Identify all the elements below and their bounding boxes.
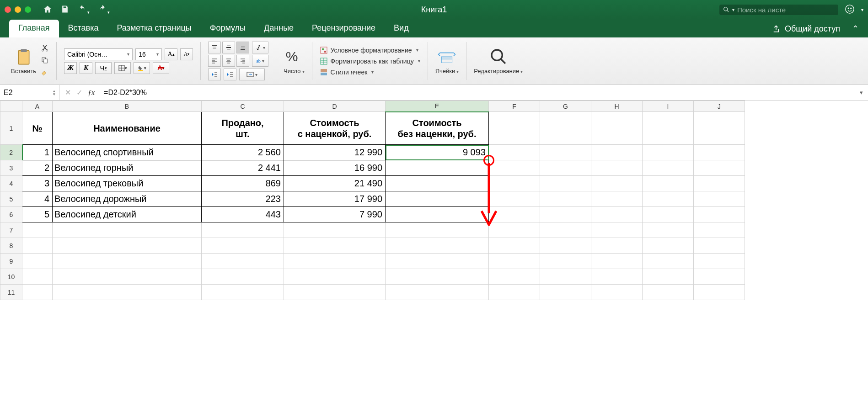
cell-H2[interactable]	[591, 145, 643, 160]
cell-H5[interactable]	[591, 191, 643, 207]
cell-F7[interactable]	[489, 222, 540, 238]
cell-H11[interactable]	[591, 285, 643, 300]
cell-C2[interactable]: 2 560	[202, 145, 284, 160]
cell-I6[interactable]	[643, 207, 694, 222]
cell-H6[interactable]	[591, 207, 643, 222]
cell-D3[interactable]: 16 990	[284, 160, 386, 176]
editing-button[interactable]: Редактирование	[474, 48, 523, 74]
tab-page-layout[interactable]: Разметка страницы	[107, 20, 200, 37]
expand-formula-bar-icon[interactable]: ▾	[854, 89, 868, 96]
smiley-icon[interactable]	[845, 4, 855, 16]
decrease-indent-button[interactable]	[208, 69, 221, 80]
cell-F11[interactable]	[489, 285, 540, 300]
cell-D6[interactable]: 7 990	[284, 207, 386, 222]
format-painter-icon[interactable]	[41, 69, 49, 78]
align-bottom-button[interactable]	[236, 42, 249, 53]
cell-A8[interactable]	[22, 238, 53, 254]
cell-G3[interactable]	[540, 160, 591, 176]
font-name-select[interactable]: Calibri (Осн…▾	[64, 48, 133, 60]
cell-J7[interactable]	[694, 222, 745, 238]
sheet-search-input[interactable]: ▾ Поиск на листе	[719, 5, 838, 15]
cell-A9[interactable]	[22, 254, 53, 269]
cell-I4[interactable]	[643, 176, 694, 191]
cell-H4[interactable]	[591, 176, 643, 191]
cell-G2[interactable]	[540, 145, 591, 160]
cell-I2[interactable]	[643, 145, 694, 160]
cell-E9[interactable]	[386, 254, 489, 269]
cell-C1[interactable]: Продано,шт.	[202, 112, 284, 145]
fx-icon[interactable]: ƒx	[88, 89, 95, 97]
cell-C10[interactable]	[202, 269, 284, 285]
maximize-window-button[interactable]	[25, 6, 31, 13]
italic-button[interactable]: К	[80, 62, 92, 74]
cell-I11[interactable]	[643, 285, 694, 300]
cell-B8[interactable]	[53, 238, 202, 254]
row-header-3[interactable]: 3	[0, 160, 22, 176]
chevron-down-icon[interactable]: ▾	[861, 7, 863, 12]
cell-B9[interactable]	[53, 254, 202, 269]
spreadsheet-grid[interactable]: ABCDEFGHIJ1№НаименованиеПродано,шт.Стоим…	[0, 100, 868, 300]
cell-C4[interactable]: 869	[202, 176, 284, 191]
cell-F2[interactable]	[489, 145, 540, 160]
cell-F1[interactable]	[489, 112, 540, 145]
row-header-6[interactable]: 6	[0, 207, 22, 222]
cell-J2[interactable]	[694, 145, 745, 160]
cell-E2[interactable]: 9 093	[386, 145, 489, 160]
align-top-button[interactable]	[208, 42, 221, 53]
cell-A7[interactable]	[22, 222, 53, 238]
cell-H8[interactable]	[591, 238, 643, 254]
cells-button[interactable]: Ячейки	[435, 48, 459, 74]
undo-button[interactable]	[78, 5, 90, 15]
column-header-J[interactable]: J	[694, 101, 745, 112]
collapse-ribbon-icon[interactable]: ⌃	[852, 24, 859, 34]
decrease-font-button[interactable]: A▾	[180, 48, 193, 60]
cell-I5[interactable]	[643, 191, 694, 207]
cell-F3[interactable]	[489, 160, 540, 176]
cell-A10[interactable]	[22, 269, 53, 285]
row-header-4[interactable]: 4	[0, 176, 22, 191]
cell-C5[interactable]: 223	[202, 191, 284, 207]
cell-J6[interactable]	[694, 207, 745, 222]
cell-B2[interactable]: Велосипед спортивный	[53, 145, 202, 160]
cell-A4[interactable]: 3	[22, 176, 53, 191]
cell-D11[interactable]	[284, 285, 386, 300]
format-as-table-button[interactable]: Форматировать как таблицу	[320, 57, 420, 65]
cell-J8[interactable]	[694, 238, 745, 254]
cell-A5[interactable]: 4	[22, 191, 53, 207]
cell-D4[interactable]: 21 490	[284, 176, 386, 191]
close-window-button[interactable]	[5, 6, 11, 13]
cell-J4[interactable]	[694, 176, 745, 191]
column-header-F[interactable]: F	[489, 101, 540, 112]
cell-J1[interactable]	[694, 112, 745, 145]
tab-home[interactable]: Главная	[9, 20, 59, 37]
cell-E11[interactable]	[386, 285, 489, 300]
tab-view[interactable]: Вид	[385, 20, 418, 37]
cell-E8[interactable]	[386, 238, 489, 254]
redo-button[interactable]	[98, 5, 110, 15]
cell-G1[interactable]	[540, 112, 591, 145]
cell-E3[interactable]	[386, 160, 489, 176]
cut-icon[interactable]	[41, 44, 49, 53]
cancel-formula-icon[interactable]: ✕	[65, 88, 71, 97]
tab-data[interactable]: Данные	[255, 20, 303, 37]
merge-button[interactable]	[239, 69, 265, 80]
cell-A2[interactable]: 1	[22, 145, 53, 160]
cell-F9[interactable]	[489, 254, 540, 269]
font-color-button[interactable]: A ▾	[153, 62, 169, 74]
select-all-corner[interactable]	[0, 101, 22, 112]
cell-I9[interactable]	[643, 254, 694, 269]
column-header-D[interactable]: D	[284, 101, 386, 112]
orientation-button[interactable]: ⤢	[252, 42, 268, 53]
cell-F5[interactable]	[489, 191, 540, 207]
cell-C3[interactable]: 2 441	[202, 160, 284, 176]
cell-D1[interactable]: Стоимостьс наценкой, руб.	[284, 112, 386, 145]
borders-button[interactable]: ▾	[114, 62, 131, 74]
cell-G9[interactable]	[540, 254, 591, 269]
cell-D7[interactable]	[284, 222, 386, 238]
cell-C11[interactable]	[202, 285, 284, 300]
cell-A6[interactable]: 5	[22, 207, 53, 222]
cell-G11[interactable]	[540, 285, 591, 300]
column-header-E[interactable]: E	[386, 101, 489, 112]
cell-F4[interactable]	[489, 176, 540, 191]
row-header-9[interactable]: 9	[0, 254, 22, 269]
